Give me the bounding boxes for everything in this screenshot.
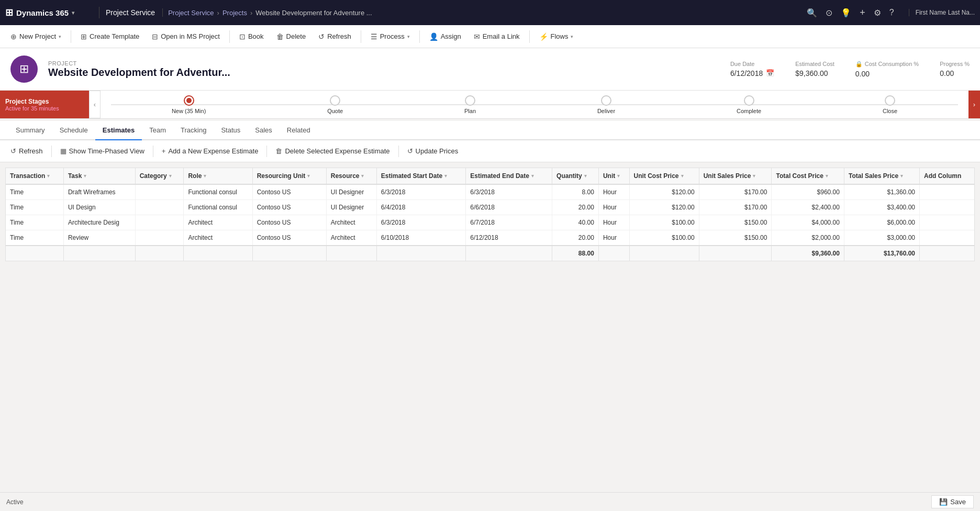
- stage-complete[interactable]: Complete: [737, 95, 761, 114]
- col-header-quantity[interactable]: Quantity▾: [552, 168, 599, 184]
- delete-button[interactable]: 🗑 Delete: [271, 30, 311, 43]
- est-sep-4: [398, 146, 399, 157]
- delete-expense-button[interactable]: 🗑 Delete Selected Expense Estimate: [270, 145, 395, 158]
- tab-sales[interactable]: Sales: [248, 121, 280, 140]
- assign-button[interactable]: 👤 Assign: [424, 30, 466, 43]
- stages-prev-button[interactable]: ‹: [89, 91, 101, 118]
- tab-estimates[interactable]: Estimates: [95, 121, 142, 140]
- footer-quantity: 88.00: [552, 246, 599, 261]
- stages-next-button[interactable]: ›: [968, 91, 980, 118]
- delete-label: Delete: [286, 32, 306, 40]
- cell-unit: Hour: [598, 230, 629, 246]
- stage-deliver[interactable]: Deliver: [597, 95, 615, 114]
- main-content: ↺ Refresh ▦ Show Time-Phased View + Add …: [0, 140, 980, 287]
- table-footer: 88.00 $9,360.00 $13,760.00: [6, 246, 974, 261]
- cell-unit-sales-price: $150.00: [699, 215, 772, 230]
- table-row[interactable]: TimeUI DesignFunctional consulContoso US…: [6, 200, 974, 215]
- calendar-icon[interactable]: 📅: [766, 69, 774, 77]
- estimates-refresh-button[interactable]: ↺ Refresh: [5, 145, 48, 158]
- cell-role: Architect: [184, 215, 252, 230]
- stage-close[interactable]: Close: [883, 95, 897, 114]
- col-header-unit-sales-price[interactable]: Unit Sales Price▾: [699, 168, 772, 184]
- refresh-button[interactable]: ↺ Refresh: [313, 30, 357, 43]
- cost-consumption-value: 0.00: [855, 70, 919, 78]
- question-icon[interactable]: ?: [889, 8, 894, 17]
- col-total-sales-price-label: Total Sales Price: [849, 172, 898, 180]
- stage-plan[interactable]: Plan: [464, 95, 476, 114]
- search-icon[interactable]: 🔍: [807, 8, 817, 18]
- footer-empty-4: [184, 246, 252, 261]
- nav-icons: 🔍 ⊙ 💡 + ⚙ ? First Name Last Na...: [807, 7, 975, 18]
- end-date-sort-icon: ▾: [531, 173, 534, 179]
- new-project-button[interactable]: ⊕ New Project ▾: [5, 30, 66, 43]
- process-button[interactable]: ☰ Process ▾: [365, 30, 415, 43]
- tab-tracking[interactable]: Tracking: [173, 121, 214, 140]
- project-icon-symbol: ⊞: [19, 62, 29, 76]
- update-prices-icon: ↺: [407, 147, 413, 155]
- help-icon[interactable]: 💡: [841, 8, 851, 18]
- col-header-transaction[interactable]: Transaction▾: [6, 168, 63, 184]
- est-refresh-icon: ↺: [10, 147, 16, 155]
- col-header-add-column[interactable]: Add Column: [919, 168, 974, 184]
- transaction-sort-icon: ▾: [47, 173, 50, 179]
- col-header-end-date[interactable]: Estimated End Date▾: [466, 168, 552, 184]
- tab-status[interactable]: Status: [214, 121, 248, 140]
- breadcrumb-item-2[interactable]: Projects: [222, 9, 247, 17]
- col-header-total-cost-price[interactable]: Total Cost Price▾: [772, 168, 844, 184]
- apps-icon[interactable]: ⊙: [826, 8, 832, 18]
- col-header-resource[interactable]: Resource▾: [326, 168, 376, 184]
- resourcing-unit-sort-icon: ▾: [307, 173, 310, 179]
- table-row[interactable]: TimeReviewArchitectContoso USArchitect6/…: [6, 230, 974, 246]
- tab-related[interactable]: Related: [280, 121, 318, 140]
- flows-caret: ▾: [571, 34, 573, 39]
- refresh-icon: ↺: [318, 32, 325, 41]
- col-header-start-date[interactable]: Estimated Start Date▾: [376, 168, 465, 184]
- tabs-bar: Summary Schedule Estimates Team Tracking…: [0, 121, 980, 140]
- project-meta: Due Date 6/12/2018 📅 Estimated Cost $9,3…: [730, 61, 970, 78]
- cell-add-column: [919, 184, 974, 200]
- table-row[interactable]: TimeArchitecture DesigArchitectContoso U…: [6, 215, 974, 230]
- footer-empty-3: [135, 246, 184, 261]
- email-icon: ✉: [474, 32, 480, 41]
- footer-empty-6: [326, 246, 376, 261]
- cell-unit-cost-price: $120.00: [629, 200, 699, 215]
- stage-quote-label: Quote: [327, 108, 343, 114]
- stage-quote[interactable]: Quote: [327, 95, 343, 114]
- open-ms-project-button[interactable]: ⊟ Open in MS Project: [147, 30, 225, 43]
- book-button[interactable]: ⊡ Book: [234, 30, 269, 43]
- col-header-task[interactable]: Task▾: [63, 168, 135, 184]
- tab-team[interactable]: Team: [142, 121, 173, 140]
- cell-resource: UI Designer: [326, 184, 376, 200]
- tab-summary[interactable]: Summary: [8, 121, 52, 140]
- tab-schedule[interactable]: Schedule: [52, 121, 95, 140]
- col-header-resourcing-unit[interactable]: Resourcing Unit▾: [252, 168, 326, 184]
- cell-add-column: [919, 230, 974, 246]
- cell-task: Draft Wireframes: [63, 184, 135, 200]
- time-phased-view-button[interactable]: ▦ Show Time-Phased View: [55, 145, 150, 158]
- settings-icon[interactable]: ⚙: [874, 8, 881, 18]
- breadcrumb-item-1[interactable]: Project Service: [168, 9, 214, 17]
- process-label: Process: [380, 32, 405, 40]
- breadcrumb-sep-1: ›: [217, 9, 219, 17]
- email-link-button[interactable]: ✉ Email a Link: [469, 30, 525, 43]
- footer-empty-5: [252, 246, 326, 261]
- brand-logo[interactable]: ⊞ Dynamics 365 ▾: [5, 7, 99, 18]
- stage-new[interactable]: New (35 Min): [172, 95, 206, 114]
- col-task-label: Task: [68, 172, 82, 180]
- user-display[interactable]: First Name Last Na...: [909, 9, 975, 16]
- add-icon[interactable]: +: [860, 7, 865, 18]
- col-header-unit[interactable]: Unit▾: [598, 168, 629, 184]
- add-expense-button[interactable]: + Add a New Expense Estimate: [157, 145, 264, 158]
- col-header-unit-cost-price[interactable]: Unit Cost Price▾: [629, 168, 699, 184]
- flows-button[interactable]: ⚡ Flows ▾: [534, 30, 579, 43]
- table-row[interactable]: TimeDraft WireframesFunctional consulCon…: [6, 184, 974, 200]
- create-template-button[interactable]: ⊞ Create Template: [75, 30, 144, 43]
- quantity-sort-icon: ▾: [584, 173, 587, 179]
- cell-end-date: 6/12/2018: [466, 230, 552, 246]
- create-template-icon: ⊞: [81, 32, 87, 41]
- col-header-total-sales-price[interactable]: Total Sales Price▾: [844, 168, 919, 184]
- col-header-category[interactable]: Category▾: [135, 168, 184, 184]
- col-header-role[interactable]: Role▾: [184, 168, 252, 184]
- cell-unit-cost-price: $100.00: [629, 230, 699, 246]
- update-prices-button[interactable]: ↺ Update Prices: [402, 145, 464, 158]
